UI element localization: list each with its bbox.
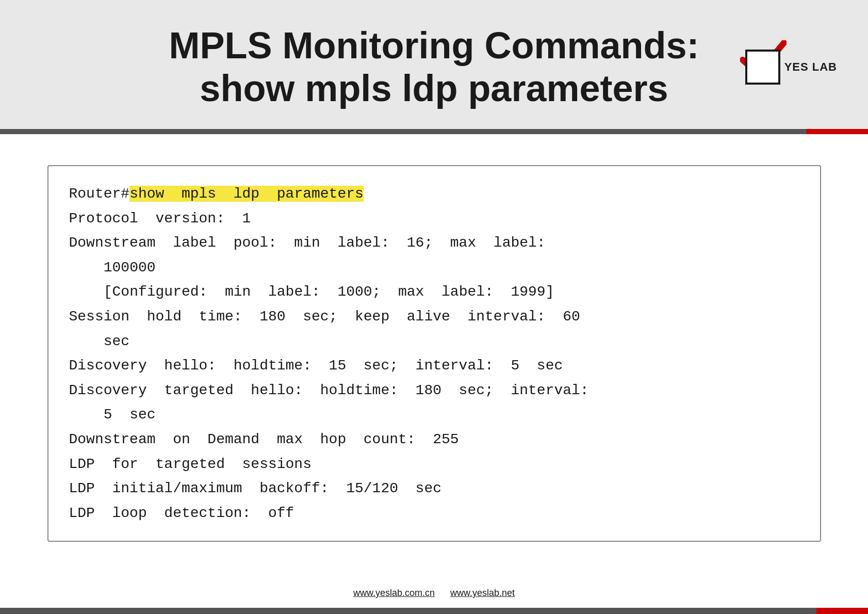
- logo-area: YES LAB: [745, 50, 837, 85]
- logo-text: YES LAB: [784, 60, 837, 74]
- terminal-text: Router#show mpls ldp parameters Protocol…: [69, 182, 799, 525]
- title-block: MPLS Monitoring Commands: show mpls ldp …: [169, 24, 699, 110]
- bottom-bar-gray: [0, 608, 816, 614]
- command-highlighted: show mpls ldp parameters: [129, 186, 364, 202]
- bottom-bar-red: [816, 608, 868, 614]
- command-prefix: Router#: [69, 186, 130, 202]
- footer-link-1[interactable]: www.yeslab.com.cn: [353, 588, 435, 599]
- header-bottom-bar: [0, 129, 868, 134]
- terminal-box: Router#show mpls ldp parameters Protocol…: [47, 165, 821, 542]
- logo-checkbox: [745, 50, 780, 85]
- footer: www.yeslab.com.cn www.yeslab.net: [353, 588, 515, 599]
- title-line2: show mpls ldp parameters: [169, 67, 699, 110]
- footer-link-2[interactable]: www.yeslab.net: [450, 588, 515, 599]
- header-red-accent: [806, 129, 868, 134]
- title-line1: MPLS Monitoring Commands:: [169, 24, 699, 67]
- header-section: MPLS Monitoring Commands: show mpls ldp …: [0, 0, 868, 134]
- main-content: Router#show mpls ldp parameters Protocol…: [0, 134, 868, 557]
